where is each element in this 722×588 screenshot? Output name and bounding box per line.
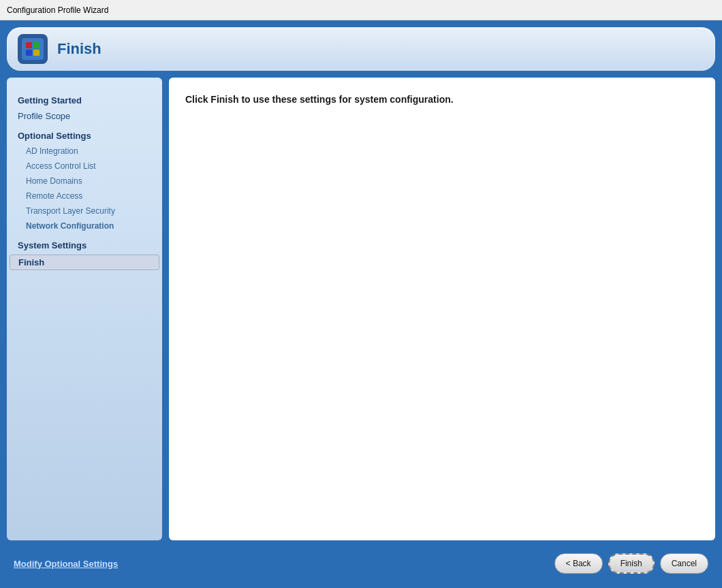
instruction-text: Click Finish to use these settings for s… [185, 94, 699, 105]
main-window: Finish Getting Started Profile Scope Opt… [0, 20, 722, 588]
content-area: Getting Started Profile Scope Optional S… [7, 78, 715, 540]
footer-left: Modify Optional Settings [14, 559, 554, 569]
sidebar: Getting Started Profile Scope Optional S… [7, 78, 162, 540]
header-bar: Finish [7, 27, 715, 71]
sidebar-item-ad-integration[interactable]: AD Integration [7, 144, 162, 159]
sidebar-item-system-settings[interactable]: System Settings [7, 238, 162, 253]
wizard-icon [18, 34, 48, 64]
sidebar-item-home-domains[interactable]: Home Domains [7, 174, 162, 189]
main-panel: Click Finish to use these settings for s… [169, 78, 715, 540]
sidebar-item-remote-access[interactable]: Remote Access [7, 189, 162, 203]
sidebar-item-optional-settings[interactable]: Optional Settings [7, 128, 162, 144]
modify-optional-settings-link[interactable]: Modify Optional Settings [14, 559, 118, 569]
footer: Modify Optional Settings < Back Finish C… [7, 546, 715, 581]
sidebar-item-access-control-list[interactable]: Access Control List [7, 159, 162, 174]
header-title: Finish [57, 40, 101, 58]
sidebar-item-transport-layer-security[interactable]: Transport Layer Security [7, 203, 162, 218]
finish-button[interactable]: Finish [608, 553, 655, 574]
cancel-button[interactable]: Cancel [660, 553, 708, 574]
sidebar-item-network-configuration[interactable]: Network Configuration [7, 218, 162, 233]
title-bar-text: Configuration Profile Wizard [7, 5, 108, 15]
sidebar-item-finish[interactable]: Finish [10, 255, 159, 270]
sidebar-item-profile-scope[interactable]: Profile Scope [7, 108, 162, 124]
back-button[interactable]: < Back [554, 553, 603, 574]
footer-right: < Back Finish Cancel [554, 553, 708, 574]
sidebar-item-getting-started[interactable]: Getting Started [7, 93, 162, 108]
title-bar: Configuration Profile Wizard [0, 0, 722, 20]
